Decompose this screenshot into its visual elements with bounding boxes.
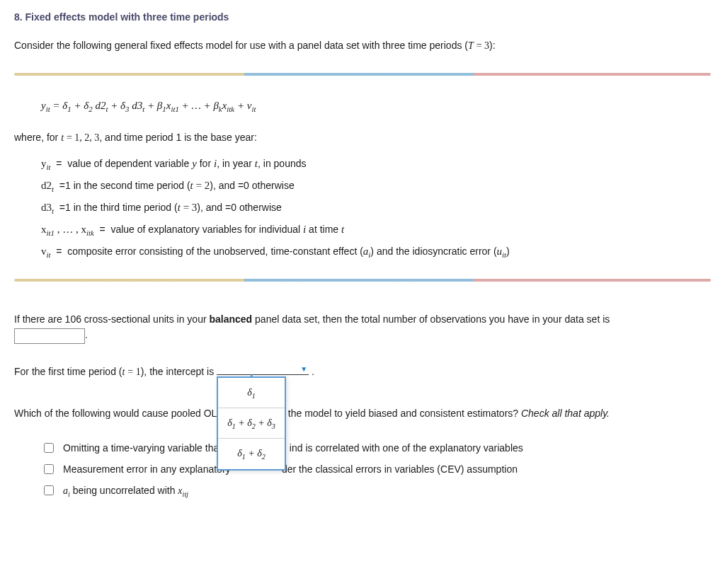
q1-text-post: panel data set, then the total number of… xyxy=(252,313,610,325)
chevron-up-icon: ▲ xyxy=(248,370,255,381)
def-xit: xit1 , … , xitk = value of explanatory v… xyxy=(41,224,711,236)
def-vit: vit = composite error consisting of the … xyxy=(41,246,711,258)
intro-text: Consider the following general fixed eff… xyxy=(14,38,711,53)
q3-checkbox-1[interactable] xyxy=(44,443,54,453)
q3-option-3-row: ai being uncorrelated with xitj xyxy=(41,483,711,497)
q2-t: t xyxy=(122,367,125,377)
q3-option-3-label: ai being uncorrelated with xitj xyxy=(63,485,188,497)
q2-suffix: . xyxy=(312,366,314,377)
q3-option-2-label: Measurement error in any explanatory var… xyxy=(63,463,518,475)
q2-eq1: = 1 xyxy=(127,367,140,377)
question-2: For the first time period (t = 1), the i… xyxy=(14,364,711,380)
q3-checkbox-3[interactable] xyxy=(44,485,54,495)
chevron-down-icon: ▼ xyxy=(300,364,307,375)
q2-dropdown-panel: ▲ δ1 δ1 + δ2 + δ3 δ1 + δ2 xyxy=(217,376,286,471)
q1-answer-input[interactable] xyxy=(14,328,85,344)
def-yit: yit = value of dependent variable y for … xyxy=(41,158,711,170)
q2-pre: For the first time period ( xyxy=(14,366,122,377)
q2-option-2[interactable]: δ1 + δ2 + δ3 xyxy=(218,408,285,439)
question-1: If there are 106 cross-sectional units i… xyxy=(14,311,711,344)
definitions-list: yit = value of dependent variable y for … xyxy=(41,158,711,258)
question-3: Which of the following would cause poole… xyxy=(14,405,711,421)
intro-span: Consider the following general fixed eff… xyxy=(14,40,496,51)
q2-mid: ), the intercept is xyxy=(141,366,217,377)
q3-checkbox-2[interactable] xyxy=(44,464,54,474)
def-d2t: d2t =1 in the second time period (t = 2)… xyxy=(41,180,711,192)
divider-top xyxy=(14,73,711,76)
q1-text-pre: If there are 106 cross-sectional units i… xyxy=(14,313,209,325)
q2-option-3[interactable]: δ1 + δ2 xyxy=(218,439,285,468)
q1-bold: balanced xyxy=(209,313,252,325)
q3-instr: Check all that apply. xyxy=(521,408,610,419)
def-d3t: d3t =1 in the third time period (t = 3),… xyxy=(41,202,711,214)
q3-option-2-row: Measurement error in any explanatory var… xyxy=(41,462,711,476)
q3-option-1-row: Omitting a time-varying variable that ch… xyxy=(41,441,711,455)
q1-suffix: . xyxy=(85,329,88,340)
divider-bottom xyxy=(14,279,711,282)
question-title: 8. Fixed effects model with three time p… xyxy=(14,11,711,23)
where-line: where, for t = 1, 2, 3, and time period … xyxy=(14,130,711,145)
q2-option-1[interactable]: δ1 xyxy=(218,378,285,408)
q2-dropdown-trigger[interactable]: ▼ xyxy=(217,365,309,375)
q3-option-1-label: Omitting a time-varying variable that ch… xyxy=(63,442,523,454)
model-equation: yit = δ1 + δ2 d2t + δ3 d3t + β1xit1 + … … xyxy=(41,100,711,112)
